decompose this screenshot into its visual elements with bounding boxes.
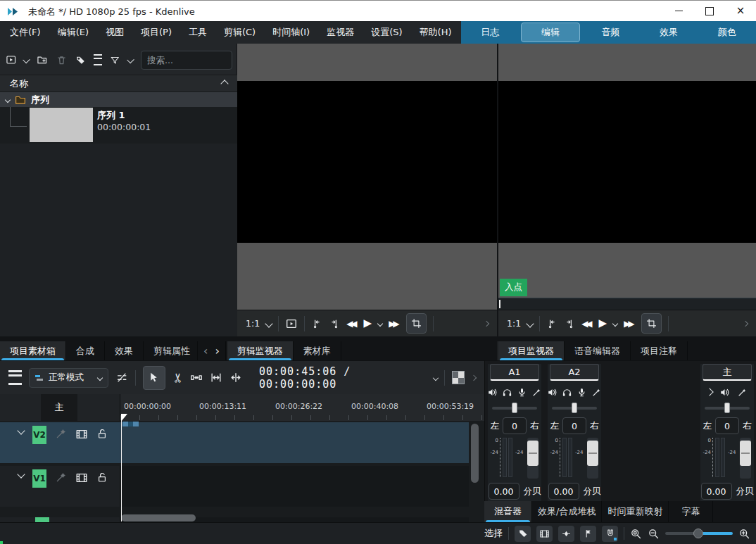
timeline-zoom-slider[interactable] — [665, 529, 733, 538]
tab-speech-editor[interactable]: 语音编辑器 — [565, 341, 631, 360]
workspace-tab-logging[interactable]: 日志 — [461, 21, 519, 44]
bin-name-header[interactable]: 名称 — [0, 75, 237, 92]
channel-name-button[interactable]: A2 — [550, 364, 599, 381]
show-markers-button[interactable] — [580, 526, 596, 542]
monitor-zoom-select[interactable]: 1:1 — [507, 318, 521, 329]
balance-slider[interactable] — [492, 403, 537, 413]
balance-spinbox[interactable]: 0 — [715, 417, 739, 434]
workspace-tab-color[interactable]: 颜色 — [698, 21, 756, 44]
title-bar[interactable]: 未命名 */ HD 1080p 25 fps - Kdenlive × — [0, 0, 756, 21]
snap-magnet-button[interactable] — [602, 526, 618, 542]
search-input[interactable] — [141, 51, 232, 70]
track-body-v1[interactable] — [120, 466, 469, 507]
monitor-zoom-select[interactable]: 1:1 — [246, 318, 260, 329]
tab-compositions[interactable]: 合成 — [66, 341, 105, 360]
effects-wand-icon[interactable] — [531, 387, 542, 398]
track-header-v2[interactable]: V2 — [0, 422, 120, 463]
toolbar-overflow-icon[interactable] — [743, 320, 748, 326]
show-video-icon[interactable] — [75, 472, 88, 484]
clip-monitor-video[interactable] — [237, 81, 497, 243]
monitor-overlay-icon[interactable] — [285, 317, 298, 330]
ripple-tool-icon[interactable] — [210, 371, 222, 384]
db-spinbox[interactable]: 0.00 — [489, 483, 519, 500]
menu-clip[interactable]: 剪辑(C) — [224, 26, 256, 39]
db-spinbox[interactable]: 0.00 — [701, 483, 732, 500]
tab-effects[interactable]: 效果 — [105, 341, 144, 360]
track-ops-icon[interactable] — [115, 371, 128, 384]
volume-fader[interactable] — [587, 438, 598, 479]
timeline-horizontal-scrollbar[interactable] — [121, 514, 196, 521]
clip-row-sequence1[interactable]: 序列 1 00:00:00:01 — [0, 107, 237, 144]
timecode-display[interactable]: 00:00:45:06 / 00:00:00:00 — [259, 365, 427, 391]
set-out-point-icon[interactable] — [564, 318, 575, 329]
mute-speaker-icon[interactable] — [719, 387, 730, 398]
sequence-tab-master[interactable]: 主 — [41, 394, 77, 421]
menu-view[interactable]: 视图 — [106, 26, 124, 39]
tab-library[interactable]: 素材库 — [294, 341, 341, 360]
monitor-zoom-menu-icon[interactable] — [526, 320, 534, 327]
tab-scroll-next-icon[interactable]: › — [215, 344, 219, 358]
minimize-icon[interactable] — [663, 1, 694, 21]
tab-clip-monitor[interactable]: 剪辑监视器 — [227, 341, 294, 360]
volume-fader[interactable] — [527, 438, 538, 479]
lock-icon[interactable] — [96, 472, 108, 483]
tab-subtitles[interactable]: 字幕 — [669, 501, 713, 522]
channel-name-button[interactable]: A1 — [490, 364, 539, 381]
tab-effect-stack[interactable]: 效果/合成堆栈 — [532, 501, 602, 522]
set-in-point-icon[interactable] — [311, 318, 322, 329]
effects-wand-icon[interactable] — [737, 387, 748, 398]
zoom-in-icon[interactable] — [738, 528, 750, 540]
balance-slider[interactable] — [705, 403, 750, 413]
menu-file[interactable]: 文件(F) — [10, 26, 41, 39]
spacer-tool-icon[interactable] — [190, 371, 203, 384]
monitor-divider[interactable] — [497, 44, 498, 341]
rewind-icon[interactable]: ◀◀ — [346, 320, 357, 328]
collapse-header-icon[interactable] — [220, 80, 228, 87]
workspace-tab-audio[interactable]: 音频 — [581, 21, 640, 44]
play-icon[interactable]: ▶ — [364, 318, 372, 329]
timeline-menu-icon[interactable] — [8, 370, 22, 385]
fast-forward-icon[interactable]: ▶▶ — [624, 320, 634, 328]
track-effects-icon[interactable] — [55, 472, 67, 483]
balance-spinbox[interactable]: 0 — [562, 417, 586, 434]
folder-row-sequences[interactable]: 序列 — [0, 92, 237, 107]
track-body-v2[interactable] — [120, 422, 469, 463]
menu-monitor[interactable]: 监视器 — [327, 26, 354, 39]
selection-tool-button[interactable] — [143, 366, 165, 390]
monitor-seek-bar[interactable] — [498, 298, 756, 310]
zone-mode-button[interactable] — [641, 313, 662, 334]
balance-slider[interactable] — [552, 403, 597, 413]
menu-tools[interactable]: 工具 — [189, 26, 207, 39]
play-menu-icon[interactable] — [377, 320, 383, 326]
filter-menu-icon[interactable] — [127, 56, 134, 64]
zoom-slider-handle[interactable] — [693, 529, 703, 538]
show-keyframes-button[interactable] — [558, 526, 574, 542]
zoom-out-icon[interactable] — [648, 528, 660, 540]
rewind-icon[interactable]: ◀◀ — [581, 320, 592, 328]
menu-project[interactable]: 项目(P) — [141, 26, 172, 39]
clip-thumbnail[interactable] — [30, 108, 93, 142]
menu-edit[interactable]: 编辑(E) — [58, 26, 89, 39]
collapse-mixer-icon[interactable] — [705, 388, 713, 396]
project-monitor-video[interactable] — [498, 81, 756, 243]
workspace-tab-effects[interactable]: 效果 — [640, 21, 698, 44]
timecode-menu-icon[interactable] — [432, 374, 438, 380]
tab-project-bin[interactable]: 项目素材箱 — [0, 341, 66, 360]
edit-mode-dropdown[interactable]: 正常模式 — [29, 368, 108, 388]
tab-mixer[interactable]: 混音器 — [484, 501, 532, 522]
mute-speaker-icon[interactable] — [487, 387, 498, 398]
view-list-icon[interactable] — [94, 54, 103, 65]
add-clip-menu-icon[interactable] — [23, 56, 31, 64]
tag-icon[interactable] — [75, 54, 86, 66]
timeline-ruler[interactable]: 00:00:00:00 00:00:13:11 00:00:26:22 00:0… — [120, 394, 484, 421]
set-in-point-icon[interactable] — [546, 318, 557, 329]
track-effects-icon[interactable] — [55, 428, 67, 440]
razor-tool-icon[interactable]: ✂ — [171, 372, 184, 383]
monitor-zoom-menu-icon[interactable] — [265, 320, 272, 327]
balance-spinbox[interactable]: 0 — [503, 417, 527, 434]
timeline-vertical-scrollbar[interactable] — [471, 424, 479, 483]
track-name-badge[interactable]: V2 — [32, 426, 46, 444]
record-mic-icon[interactable] — [577, 387, 587, 398]
close-icon[interactable]: × — [725, 1, 756, 21]
tab-project-notes[interactable]: 项目注释 — [631, 341, 688, 360]
